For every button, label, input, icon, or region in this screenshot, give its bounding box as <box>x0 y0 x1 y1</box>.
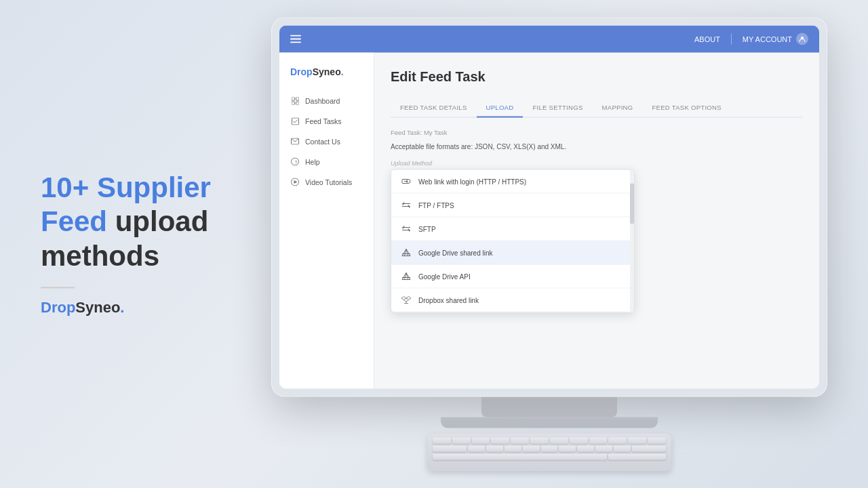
dropdown-item-gdrive-api-label: Google Drive API <box>418 272 471 280</box>
marketing-section: 10+ Supplier Feed upload methods DropSyn… <box>41 171 231 317</box>
dropdown-item-sftp-label: SFTP <box>418 225 436 232</box>
sidebar-item-video-tutorials[interactable]: Video Tutorials <box>279 172 374 192</box>
key <box>589 438 608 444</box>
monitor-stand <box>481 397 617 418</box>
key <box>550 438 568 444</box>
svg-rect-2 <box>290 41 301 43</box>
dropdown-item-gdrive-api[interactable]: Google Drive API <box>391 265 634 289</box>
key <box>577 446 594 452</box>
svg-rect-0 <box>290 35 301 36</box>
sidebar-item-feed-tasks[interactable]: Feed Tasks <box>279 111 374 131</box>
dropdown-item-ftp-label: FTP / FTPS <box>418 201 454 209</box>
about-link[interactable]: ABOUT <box>694 35 720 43</box>
dropdown-item-gdrive-shared[interactable]: Google Drive shared link <box>391 241 634 265</box>
upload-method-label: Upload Method <box>391 160 803 167</box>
gdrive-icon <box>401 247 412 258</box>
header-divider <box>731 34 732 45</box>
key <box>648 438 666 444</box>
marketing-divider <box>41 287 75 289</box>
sidebar-dashboard-label: Dashboard <box>305 97 340 105</box>
key <box>608 454 667 460</box>
spacebar <box>433 454 607 460</box>
dropdown-item-weblink-label: Web link with login (HTTP / HTTPS) <box>418 178 526 185</box>
scrollbar-thumb[interactable] <box>630 184 634 224</box>
dropdown-item-dropbox[interactable]: Dropbox shared link <box>391 289 634 312</box>
help-circle-icon: ? <box>290 157 300 167</box>
check-square-icon <box>290 117 300 126</box>
dropdown-item-ftp[interactable]: FTP / FTPS <box>391 194 634 218</box>
key <box>530 438 549 444</box>
keyboard-row-2 <box>433 446 666 452</box>
main-content: Edit Feed Task FEED TASK DETAILS UPLOAD … <box>374 53 819 389</box>
dropdown-item-gdrive-shared-label: Google Drive shared link <box>418 249 493 256</box>
marketing-highlight1: 10+ Supplier <box>41 171 211 203</box>
keyboard-row-1 <box>433 438 666 444</box>
marketing-logo-drop: Drop <box>41 300 75 317</box>
monitor-screen: ABOUT MY ACCOUNT <box>279 26 819 389</box>
play-circle-icon <box>290 178 300 187</box>
sidebar-logo-syneo: Syneo <box>313 66 341 77</box>
monitor-wrapper: ABOUT MY ACCOUNT <box>271 18 827 471</box>
sidebar-logo-drop: Drop <box>290 66 313 77</box>
sidebar-feed-tasks-label: Feed Tasks <box>305 117 342 125</box>
marketing-logo: DropSyneo. <box>41 300 231 317</box>
breadcrumb: Feed Task: My Task <box>391 129 803 136</box>
key <box>468 446 485 452</box>
sidebar-item-help[interactable]: ? Help <box>279 152 374 172</box>
dropbox-icon <box>401 295 412 306</box>
tab-feed-task-details[interactable]: FEED TASK DETAILS <box>391 98 477 118</box>
key <box>632 446 666 452</box>
sidebar-logo: DropSyneo. <box>279 66 374 91</box>
key <box>486 446 503 452</box>
tabs-bar: FEED TASK DETAILS UPLOAD FILE SETTINGS M… <box>391 98 803 118</box>
my-account-link[interactable]: MY ACCOUNT <box>743 33 808 45</box>
key <box>608 438 627 444</box>
tab-upload[interactable]: UPLOAD <box>477 98 524 118</box>
key <box>595 446 612 452</box>
monitor: ABOUT MY ACCOUNT <box>271 18 827 397</box>
page-title: Edit Feed Task <box>391 69 803 85</box>
key <box>559 446 576 452</box>
key <box>472 438 490 444</box>
scrollbar-track <box>630 170 634 312</box>
sidebar-item-dashboard[interactable]: Dashboard <box>279 91 374 111</box>
svg-rect-4 <box>292 97 295 100</box>
dropdown-item-sftp[interactable]: SFTP <box>391 218 634 241</box>
account-icon <box>796 33 808 45</box>
dropdown-item-dropbox-label: Dropbox shared link <box>418 296 479 304</box>
header-right: ABOUT MY ACCOUNT <box>694 33 808 45</box>
dropdown-item-weblink[interactable]: Web link with login (HTTP / HTTPS) <box>391 170 634 194</box>
file-formats-text: Acceptable file formats are: JSON, CSV, … <box>391 143 803 150</box>
key <box>452 438 471 444</box>
tab-file-settings[interactable]: FILE SETTINGS <box>523 98 592 118</box>
key <box>433 446 467 452</box>
svg-rect-5 <box>296 97 299 100</box>
svg-rect-7 <box>296 102 299 105</box>
key <box>491 438 509 444</box>
keyboard-rows <box>427 434 671 464</box>
tab-mapping[interactable]: MAPPING <box>593 98 643 118</box>
sidebar-item-contact[interactable]: Contact Us <box>279 131 374 152</box>
marketing-feed: Feed <box>41 206 107 238</box>
gdrive-api-icon <box>401 271 412 282</box>
marketing-logo-syneo: Syneo <box>75 300 120 317</box>
key <box>570 438 588 444</box>
svg-rect-1 <box>290 38 301 39</box>
hamburger-menu-icon[interactable] <box>290 32 301 46</box>
sidebar-video-tutorials-label: Video Tutorials <box>305 178 352 186</box>
keyboard-row-3 <box>433 454 666 460</box>
key <box>541 446 558 452</box>
sidebar-contact-label: Contact Us <box>305 138 340 146</box>
key <box>433 438 451 444</box>
upload-method-dropdown[interactable]: Web link with login (HTTP / HTTPS) <box>391 169 635 313</box>
svg-text:?: ? <box>295 160 298 165</box>
marketing-methods: methods <box>41 240 159 272</box>
mail-icon <box>290 137 300 146</box>
monitor-base <box>441 418 658 428</box>
tab-feed-task-options[interactable]: FEED TASK OPTIONS <box>642 98 730 118</box>
key <box>523 446 540 452</box>
marketing-title: 10+ Supplier Feed upload methods <box>41 171 231 273</box>
marketing-logo-dot: . <box>120 300 124 317</box>
sidebar-help-label: Help <box>305 158 320 166</box>
sftp-icon <box>401 224 412 235</box>
